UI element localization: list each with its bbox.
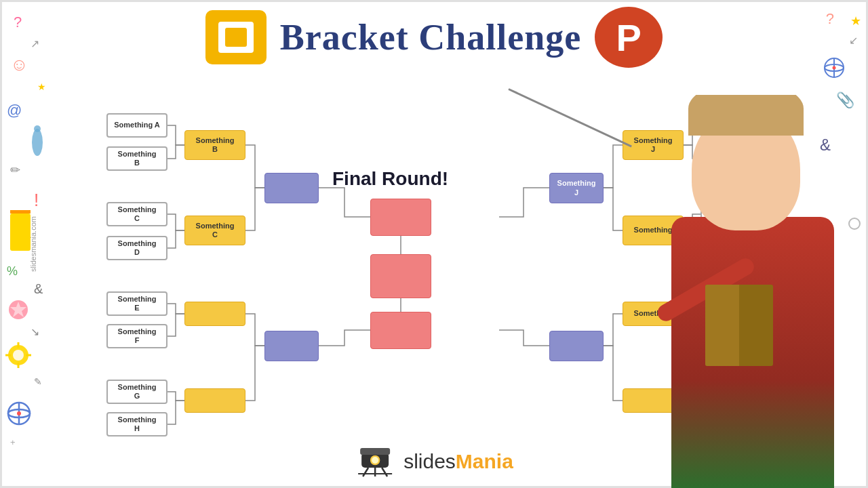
final-round-label: Final Round!: [332, 168, 448, 190]
deco-right-arrow: ↙: [849, 34, 858, 47]
svg-point-25: [372, 457, 378, 464]
bracket-box-OP-winner[interactable]: [623, 388, 684, 413]
bracket-box-final-top[interactable]: [370, 199, 431, 236]
svg-point-7: [13, 350, 24, 361]
header: Bracket Challenge P: [88, 7, 780, 68]
svg-line-27: [382, 468, 387, 476]
bracket-box-SF1-right[interactable]: SomethingJ: [549, 173, 604, 203]
bracket-box-SF1-left[interactable]: [264, 173, 319, 203]
bracket-box-P[interactable]: SomethingP: [701, 412, 762, 436]
sidebar-left-decorations: ? ↗ ☺ ★ @ ✏ ! % & ↘ ✎: [0, 0, 88, 488]
powerpoint-icon: P: [595, 7, 663, 68]
svg-line-26: [363, 468, 368, 476]
page-title: Bracket Challenge: [280, 16, 581, 58]
bracket-box-final-bot[interactable]: [370, 312, 431, 349]
bracket-box-SF2-left[interactable]: [264, 331, 319, 361]
bracket-box-L[interactable]: SomethingL: [701, 236, 762, 260]
svg-point-1: [34, 125, 41, 132]
deco-right-q: ?: [826, 10, 834, 28]
bracket-box-GH-winner[interactable]: [184, 388, 245, 413]
svg-marker-3: [10, 210, 31, 214]
deco-right-clip: 📎: [836, 92, 854, 109]
bracket-box-G[interactable]: SomethingG: [106, 380, 167, 404]
bracket-box-H[interactable]: SomethingH: [106, 412, 167, 436]
bracket-box-J1[interactable]: SomethingJ: [701, 146, 762, 171]
bracket-box-M[interactable]: SomethingM: [701, 291, 762, 316]
svg-point-20: [849, 218, 860, 229]
google-slides-icon: [205, 10, 267, 64]
bracket-box-F[interactable]: SomethingF: [106, 324, 167, 348]
bracket-box-A[interactable]: Something A: [106, 113, 167, 138]
projector-icon: [355, 443, 395, 480]
bracket-box-EF-winner[interactable]: [184, 302, 245, 326]
deco-right-star: ★: [850, 14, 861, 28]
deco-right-amp: &: [820, 136, 831, 155]
bracket-box-final-mid[interactable]: [370, 254, 431, 298]
bracket-box-I[interactable]: SomethingI: [701, 113, 762, 138]
bracket-box-O[interactable]: SomethingO: [701, 380, 762, 404]
svg-rect-29: [360, 448, 390, 455]
powerpoint-p-label: P: [616, 16, 642, 60]
bracket-box-C-winner[interactable]: SomethingC: [184, 216, 245, 245]
bracket-box-E[interactable]: SomethingE: [106, 291, 167, 316]
bracket-box-C[interactable]: SomethingC: [106, 202, 167, 226]
bracket-box-D[interactable]: SomethingD: [106, 236, 167, 260]
bracket-box-B-winner[interactable]: SomethingB: [184, 130, 245, 160]
bracket-box-KL-winner[interactable]: Something: [623, 216, 684, 245]
deco-right-circle: [848, 217, 861, 233]
bracket-box-MN-winner[interactable]: Something: [623, 302, 684, 326]
svg-point-0: [32, 129, 43, 156]
svg-point-15: [17, 411, 21, 415]
svg-point-19: [833, 66, 836, 70]
footer-brand: slidesMania: [403, 450, 513, 473]
footer-slides: slides: [403, 450, 456, 472]
bracket-box-N[interactable]: SomethingN: [701, 324, 762, 348]
watermark: slidesmania.com: [29, 216, 37, 272]
bracket-box-B[interactable]: SomethingB: [106, 146, 167, 171]
footer: slidesMania: [355, 443, 513, 480]
bracket-box-SF2-right[interactable]: [549, 331, 604, 361]
svg-rect-2: [10, 214, 31, 251]
deco-right-atom: [821, 54, 848, 84]
bracket-box-K[interactable]: SomethingK: [701, 202, 762, 226]
footer-mania: Mania: [456, 450, 513, 472]
